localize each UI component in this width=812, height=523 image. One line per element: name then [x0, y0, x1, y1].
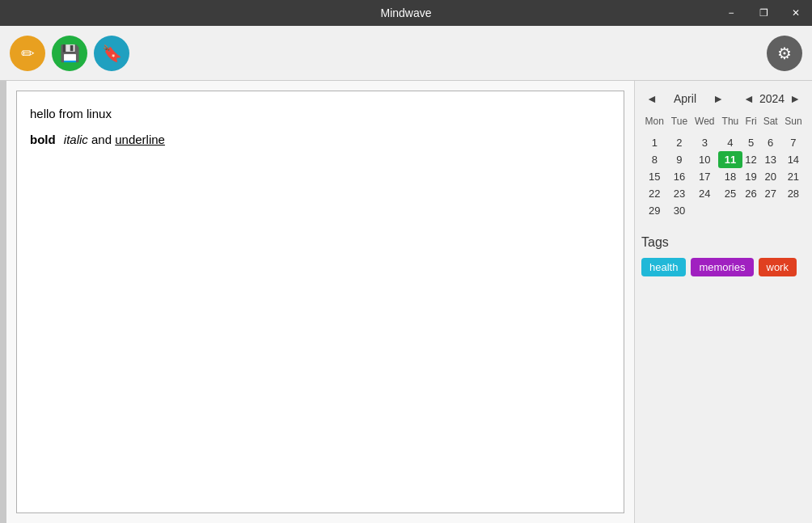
calendar-day[interactable]: 29 — [641, 202, 668, 219]
calendar-week-row: 2930 — [641, 202, 806, 219]
edit-button[interactable]: ✏ — [10, 36, 45, 71]
next-month-button[interactable]: ► — [709, 91, 727, 107]
calendar-day[interactable]: 19 — [742, 168, 760, 185]
tags-container: healthmemorieswork — [641, 258, 806, 276]
save-button[interactable]: 💾 — [52, 36, 87, 71]
editor-line1: hello from linux — [30, 104, 611, 124]
app-container: ✏ 💾 🔖 ⚙ hello from linux bold — [0, 26, 812, 523]
edit-icon: ✏ — [21, 44, 35, 63]
calendar-week-row: 891011121314 — [641, 151, 806, 168]
editor-line2: bold italic and underline — [30, 130, 611, 150]
calendar-day[interactable]: 5 — [742, 134, 760, 151]
editor-box[interactable]: hello from linux bold italic and underli… — [16, 91, 624, 513]
calendar-year: 2024 — [759, 92, 785, 105]
tags-section: Tags healthmemorieswork — [641, 235, 806, 276]
calendar-day[interactable]: 20 — [760, 168, 781, 185]
calendar-day[interactable]: 12 — [742, 151, 760, 168]
calendar-day[interactable]: 21 — [781, 168, 806, 185]
tag-badge[interactable]: work — [759, 258, 797, 276]
next-year-button[interactable]: ► — [786, 91, 804, 107]
calendar-day[interactable]: 24 — [691, 185, 718, 202]
italic-text: italic — [64, 133, 88, 146]
weekday-sun: Sun — [781, 113, 806, 129]
tag-badge[interactable]: memories — [691, 258, 753, 276]
calendar-day[interactable]: 28 — [781, 185, 806, 202]
editor-panel: hello from linux bold italic and underli… — [6, 81, 634, 523]
calendar-day[interactable]: 18 — [718, 168, 742, 185]
calendar-day[interactable]: 26 — [742, 185, 760, 202]
calendar-day[interactable]: 23 — [668, 185, 691, 202]
calendar-day[interactable]: 7 — [781, 134, 806, 151]
calendar-month: April — [674, 92, 696, 105]
calendar-day[interactable]: 6 — [760, 134, 781, 151]
calendar-day — [760, 202, 781, 219]
calendar-day[interactable]: 3 — [691, 134, 718, 151]
close-button[interactable]: ✕ — [780, 0, 812, 26]
main-layout: ✏ 💾 🔖 ⚙ hello from linux bold — [0, 26, 812, 523]
restore-button[interactable]: ❐ — [747, 0, 780, 26]
side-indicator — [0, 81, 6, 523]
content-area: hello from linux bold italic and underli… — [0, 81, 812, 523]
weekday-sat: Sat — [760, 113, 781, 129]
calendar-day[interactable]: 22 — [641, 185, 668, 202]
calendar-body: 1234567891011121314151617181920212223242… — [641, 129, 806, 219]
weekday-thu: Thu — [718, 113, 742, 129]
right-panel: ◄ April ► ◄ 2024 ► Mon Tue — [634, 81, 812, 523]
calendar-day — [691, 202, 718, 219]
calendar-week-row: 1234567 — [641, 134, 806, 151]
save-icon: 💾 — [60, 44, 80, 63]
top-toolbar: ✏ 💾 🔖 ⚙ — [0, 26, 812, 81]
weekday-tue: Tue — [668, 113, 691, 129]
calendar-grid: Mon Tue Wed Thu Fri Sat Sun 123456789101… — [641, 113, 806, 219]
weekday-wed: Wed — [691, 113, 718, 129]
underline-text: underline — [115, 133, 165, 146]
calendar-day[interactable]: 13 — [760, 151, 781, 168]
settings-icon: ⚙ — [777, 44, 792, 63]
calendar-day[interactable]: 25 — [718, 185, 742, 202]
calendar-day[interactable]: 14 — [781, 151, 806, 168]
calendar-day — [742, 202, 760, 219]
bold-text: bold — [30, 133, 56, 146]
tags-title: Tags — [641, 235, 806, 250]
normal-text: and — [91, 133, 115, 146]
bookmark-button[interactable]: 🔖 — [94, 36, 129, 71]
weekday-mon: Mon — [641, 113, 668, 129]
year-nav-group: ◄ 2024 ► — [740, 91, 804, 107]
calendar-week-row: 15161718192021 — [641, 168, 806, 185]
calendar-day[interactable]: 16 — [668, 168, 691, 185]
calendar-day[interactable]: 8 — [641, 151, 668, 168]
calendar-day[interactable]: 1 — [641, 134, 668, 151]
calendar-day[interactable]: 27 — [760, 185, 781, 202]
calendar: ◄ April ► ◄ 2024 ► Mon Tue — [641, 87, 806, 219]
minimize-button[interactable]: − — [715, 0, 747, 26]
calendar-day[interactable]: 15 — [641, 168, 668, 185]
tag-badge[interactable]: health — [641, 258, 686, 276]
calendar-day[interactable]: 2 — [668, 134, 691, 151]
titlebar: Mindwave − ❐ ✕ — [0, 0, 812, 26]
calendar-day[interactable]: 11 — [718, 151, 742, 168]
calendar-day[interactable]: 30 — [668, 202, 691, 219]
calendar-day[interactable]: 17 — [691, 168, 718, 185]
calendar-week-row: 22232425262728 — [641, 185, 806, 202]
settings-button[interactable]: ⚙ — [767, 36, 802, 71]
calendar-day[interactable]: 4 — [718, 134, 742, 151]
weekday-fri: Fri — [742, 113, 760, 129]
prev-month-button[interactable]: ◄ — [643, 91, 661, 107]
calendar-day[interactable]: 9 — [668, 151, 691, 168]
app-title: Mindwave — [380, 6, 431, 19]
prev-year-button[interactable]: ◄ — [740, 91, 758, 107]
calendar-weekdays-row: Mon Tue Wed Thu Fri Sat Sun — [641, 113, 806, 129]
calendar-day[interactable]: 10 — [691, 151, 718, 168]
bookmark-icon: 🔖 — [102, 44, 122, 63]
window-controls: − ❐ ✕ — [715, 0, 812, 26]
calendar-header: ◄ April ► ◄ 2024 ► — [641, 87, 806, 110]
calendar-day — [718, 202, 742, 219]
calendar-day — [781, 202, 806, 219]
